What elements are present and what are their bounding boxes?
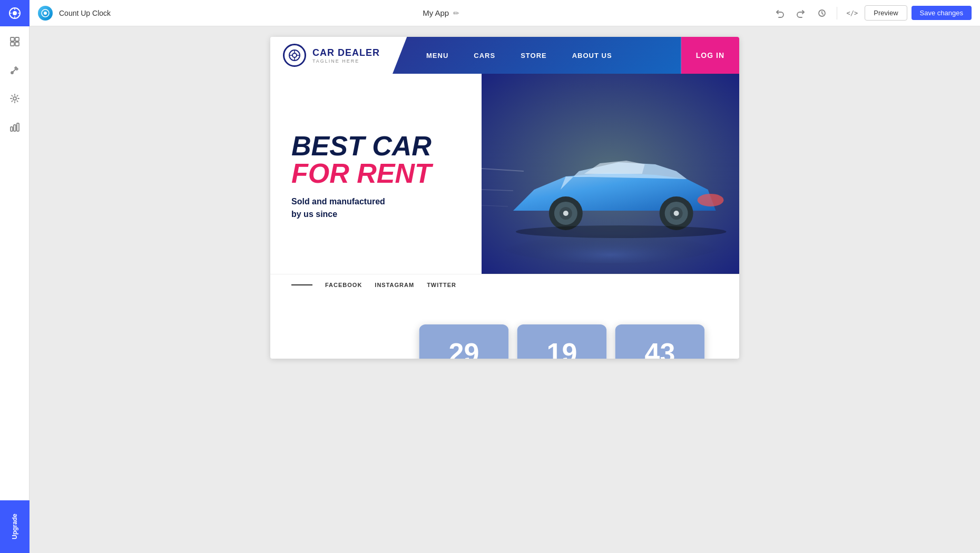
nav-about[interactable]: ABOUT US: [560, 37, 625, 74]
nav-logo-area: CAR DEALER TAGLINE HERE: [270, 37, 393, 74]
website-wrapper: CAR DEALER TAGLINE HERE MENU CARS STORE …: [270, 37, 739, 359]
svg-point-33: [515, 225, 726, 238]
preview-frame: CAR DEALER TAGLINE HERE MENU CARS STORE …: [270, 37, 739, 359]
save-button[interactable]: Save changes: [912, 6, 972, 20]
edit-app-name-icon[interactable]: ✏: [453, 9, 459, 17]
app-title: Count Up Clock: [59, 9, 111, 17]
sidebar-logo[interactable]: [0, 0, 30, 26]
hero-subtitle: Sold and manufacturedby us since: [291, 195, 460, 221]
counter-days-number: 29: [427, 339, 500, 359]
hero-right: [482, 74, 740, 274]
code-button[interactable]: </>: [844, 5, 860, 22]
social-bar: FACEBOOK INSTAGRAM TWITTER: [270, 274, 739, 295]
svg-point-28: [563, 211, 568, 216]
counter-days-top: 29: [419, 324, 508, 359]
topbar: Count Up Clock My App ✏: [30, 0, 980, 26]
topbar-divider: [837, 7, 837, 19]
counter-days: 29 Days: [419, 324, 508, 359]
nav-logo-tagline: TAGLINE HERE: [312, 58, 380, 64]
svg-rect-14: [17, 123, 19, 131]
undo-button[interactable]: [771, 5, 788, 22]
sidebar-item-settings[interactable]: [0, 85, 30, 112]
svg-rect-8: [11, 42, 14, 46]
hero-section: BEST CAR FOR RENT Sold and manufacturedb…: [270, 74, 739, 274]
app-icon: [38, 6, 53, 21]
social-twitter[interactable]: TWITTER: [427, 282, 456, 288]
svg-rect-13: [14, 125, 16, 131]
nav: CAR DEALER TAGLINE HERE MENU CARS STORE …: [270, 37, 739, 74]
svg-point-18: [292, 53, 297, 57]
nav-cars[interactable]: CARS: [461, 37, 508, 74]
nav-menu-area: MENU CARS STORE ABOUT US: [393, 37, 681, 74]
counter-minutes: 43 Minutes: [615, 324, 704, 359]
nav-logo-icon: [283, 44, 306, 67]
counter-minutes-top: 43: [615, 324, 704, 359]
sidebar-item-tools[interactable]: [0, 57, 30, 83]
svg-rect-9: [15, 42, 19, 46]
svg-rect-7: [15, 37, 19, 41]
svg-point-1: [13, 11, 17, 15]
counter-hours-top: 19: [517, 324, 606, 359]
counter-minutes-number: 43: [623, 339, 696, 359]
hero-title-rent: FOR RENT: [291, 160, 460, 187]
nav-logo-name: CAR DEALER: [312, 47, 380, 58]
svg-point-16: [44, 12, 47, 15]
car-visual: [482, 74, 740, 274]
nav-menu[interactable]: MENU: [414, 37, 461, 74]
nav-store[interactable]: STORE: [508, 37, 560, 74]
nav-login-text: LOG IN: [696, 51, 724, 60]
restore-button[interactable]: [814, 5, 830, 22]
counter-section: 29 Days 19 Hours: [419, 324, 704, 359]
svg-point-32: [673, 211, 679, 216]
website: CAR DEALER TAGLINE HERE MENU CARS STORE …: [270, 37, 739, 295]
sidebar-item-analytics[interactable]: [0, 114, 30, 140]
svg-point-34: [697, 194, 723, 206]
redo-button[interactable]: [792, 5, 809, 22]
hero-left: BEST CAR FOR RENT Sold and manufacturedb…: [270, 74, 482, 274]
sidebar-item-grid[interactable]: [0, 28, 30, 55]
counter-hours: 19 Hours: [517, 324, 606, 359]
svg-rect-12: [11, 127, 13, 131]
topbar-center: My App ✏: [117, 8, 765, 17]
social-instagram[interactable]: INSTAGRAM: [375, 282, 414, 288]
topbar-actions: </> Preview Save changes: [771, 5, 972, 22]
svg-rect-6: [11, 37, 14, 41]
counter-hours-number: 19: [525, 339, 598, 359]
svg-point-11: [13, 97, 16, 100]
nav-logo-text: CAR DEALER TAGLINE HERE: [312, 47, 380, 64]
main-content: Count Up Clock My App ✏: [30, 0, 980, 553]
hero-title: BEST CAR FOR RENT: [291, 132, 460, 187]
app-name[interactable]: My App: [423, 8, 449, 17]
social-facebook[interactable]: FACEBOOK: [325, 282, 362, 288]
nav-login-area[interactable]: LOG IN: [681, 37, 739, 74]
canvas-area: CAR DEALER TAGLINE HERE MENU CARS STORE …: [30, 26, 980, 553]
social-divider: [291, 284, 312, 285]
preview-button[interactable]: Preview: [865, 5, 907, 21]
upgrade-button[interactable]: Upgrade: [0, 500, 30, 553]
sidebar: Upgrade: [0, 0, 30, 553]
hero-title-best: BEST CAR: [291, 132, 460, 160]
